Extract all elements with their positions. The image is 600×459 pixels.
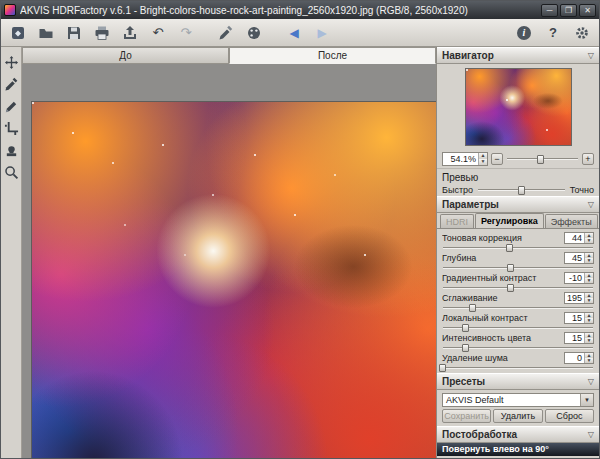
tab-adjustment[interactable]: Регулировка [475,213,544,228]
slider-thumb[interactable] [462,324,469,332]
parameter-label: Локальный контраст [442,313,564,323]
help-button[interactable]: ? [543,23,563,43]
parameter-spinner[interactable]: ▲▼ [584,253,593,263]
parameter-spinner[interactable]: ▲▼ [584,333,593,343]
preview-title: Превью [442,172,594,183]
parameter-slider[interactable] [442,324,594,332]
tab-hdri[interactable]: HDRI [440,214,474,228]
parameter-slider[interactable] [442,284,594,292]
preset-select[interactable]: AKVIS Default ▼ [442,393,594,407]
parameter-value-input[interactable]: 195 ▲▼ [564,292,594,304]
open-file-button[interactable] [36,23,56,43]
crop-tool[interactable] [3,120,20,137]
navigator-header[interactable]: Навигатор ▽ [437,47,599,64]
preset-buttons: Сохранить Удалить Сброс [442,409,594,423]
parameters-header[interactable]: Параметры ▽ [437,196,599,213]
parameter-spinner[interactable]: ▲▼ [584,233,593,243]
parameter-value-input[interactable]: 15 ▲▼ [564,312,594,324]
parameter-slider[interactable] [442,244,594,252]
zoom-spinner[interactable]: ▲▼ [478,153,487,165]
preview-slider-thumb[interactable] [518,186,525,195]
preview-accurate-label: Точно [570,185,594,195]
parameter-row: Удаление шума 0 ▲▼ [442,352,594,372]
combo-arrow-icon[interactable]: ▼ [580,394,593,406]
collapse-icon: ▽ [588,51,594,60]
parameter-value-input[interactable]: 0 ▲▼ [564,352,594,364]
main-toolbar: ↶ ↷ ◀ ▶ i ? [1,19,599,47]
save-file-button[interactable] [64,23,84,43]
parameter-slider[interactable] [442,364,594,372]
magnifier-icon [4,165,19,180]
parameter-spinner[interactable]: ▲▼ [584,273,593,283]
eyedropper-button[interactable] [216,23,236,43]
postprocessing-header[interactable]: Постобработка ▽ [437,426,599,443]
pan-tool[interactable] [3,54,20,71]
palette-icon [246,25,262,41]
preset-delete-button[interactable]: Удалить [493,409,542,423]
stamp-tool[interactable] [3,142,20,159]
slider-thumb[interactable] [506,244,513,252]
parameter-spinner[interactable]: ▲▼ [584,313,593,323]
previous-image-button[interactable]: ◀ [284,23,304,43]
presets-header[interactable]: Пресеты ▽ [437,373,599,390]
redo-button[interactable]: ↷ [176,23,196,43]
preview-quality-slider[interactable] [477,186,566,195]
parameter-row: Тоновая коррекция 44 ▲▼ [442,232,594,252]
zoom-out-button[interactable]: − [491,153,503,165]
next-image-button[interactable]: ▶ [312,23,332,43]
parameter-value-input[interactable]: -10 ▲▼ [564,272,594,284]
parameter-label: Интенсивность цвета [442,333,564,343]
publish-button[interactable] [120,23,140,43]
parameter-row: Градиентный контраст -10 ▲▼ [442,272,594,292]
canvas-area[interactable] [22,64,436,458]
preferences-button[interactable] [572,23,592,43]
spin-down-icon[interactable]: ▼ [479,159,487,165]
slider-thumb[interactable] [469,304,476,312]
parameter-value-input[interactable]: 45 ▲▼ [564,252,594,264]
parameters-title: Параметры [442,199,499,210]
image-workspace: До После [22,47,436,458]
preview-fast-label: Быстро [442,185,473,195]
slider-thumb[interactable] [462,344,469,352]
brush-icon [4,99,19,114]
eyedropper-tool[interactable] [3,76,20,93]
parameter-value-input[interactable]: 44 ▲▼ [564,232,594,244]
spin-down-icon: ▼ [585,238,593,243]
tab-before[interactable]: До [22,47,229,64]
parameter-value-input[interactable]: 15 ▲▼ [564,332,594,344]
print-button[interactable] [92,23,112,43]
parameter-slider[interactable] [442,304,594,312]
preset-reset-button[interactable]: Сброс [545,409,594,423]
parameter-slider[interactable] [442,264,594,272]
parameter-row: Глубина 45 ▲▼ [442,252,594,272]
zoom-controls: 54.1% ▲▼ − + [437,150,599,168]
zoom-tool[interactable] [3,164,20,181]
zoom-slider[interactable] [506,155,579,164]
preset-save-button[interactable]: Сохранить [442,409,491,423]
undo-button[interactable]: ↶ [148,23,168,43]
zoom-value-input[interactable]: 54.1% ▲▼ [442,152,488,166]
info-button[interactable]: i [514,23,534,43]
close-button[interactable]: ✕ [579,4,596,17]
collapse-icon: ▽ [588,200,594,209]
maximize-button[interactable]: ❐ [560,4,577,17]
tab-effects[interactable]: Эффекты [545,214,598,228]
palette-button[interactable] [244,23,264,43]
tab-after[interactable]: После [229,47,436,64]
brush-tool[interactable] [3,98,20,115]
minimize-button[interactable]: ─ [541,4,558,17]
parameter-spinner[interactable]: ▲▼ [584,353,593,363]
navigator-thumbnail[interactable] [465,68,572,146]
workspace-button[interactable] [8,23,28,43]
slider-thumb[interactable] [439,364,446,372]
zoom-slider-thumb[interactable] [537,155,544,164]
zoom-in-button[interactable]: + [582,153,594,165]
parameter-slider[interactable] [442,344,594,352]
navigator-title: Навигатор [442,50,494,61]
slider-thumb[interactable] [507,284,514,292]
preview-image[interactable] [31,101,436,458]
parameter-spinner[interactable]: ▲▼ [584,293,593,303]
presets-title: Пресеты [442,376,485,387]
slider-thumb[interactable] [507,264,514,272]
parameter-list: Тоновая коррекция 44 ▲▼ Глубина 45 ▲▼ Гр… [437,229,599,373]
